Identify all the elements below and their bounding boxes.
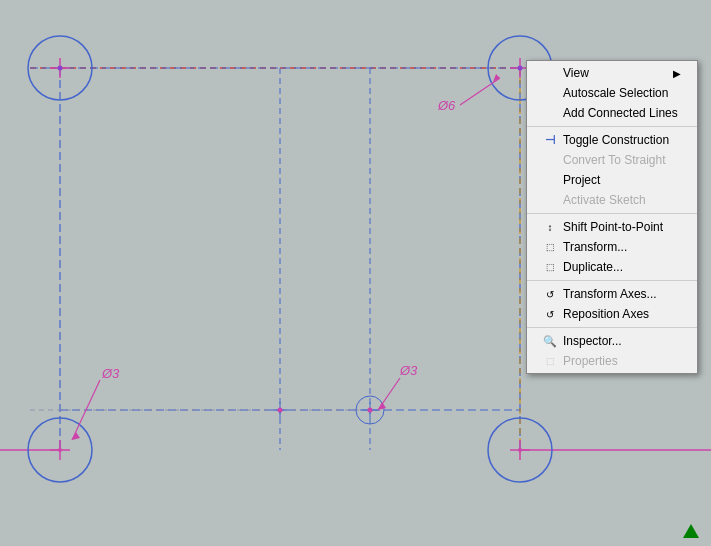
menu-item-add-connected[interactable]: Add Connected Lines	[527, 103, 697, 123]
svg-point-41	[518, 66, 523, 71]
menu-item-toggle-construction[interactable]: ⊣ Toggle Construction	[527, 130, 697, 150]
context-menu: View ▶ Autoscale Selection Add Connected…	[526, 60, 698, 374]
properties-icon: ⬚	[543, 354, 557, 368]
menu-item-transform-axes[interactable]: ↺ Transform Axes...	[527, 284, 697, 304]
svg-marker-35	[72, 432, 80, 440]
toggle-construction-icon: ⊣	[543, 133, 557, 147]
dia3-right-label: Ø3	[399, 363, 418, 378]
autoscale-icon	[543, 86, 557, 100]
menu-item-view[interactable]: View ▶	[527, 63, 697, 83]
reposition-axes-icon: ↺	[543, 307, 557, 321]
svg-marker-37	[378, 402, 386, 410]
activate-sketch-icon	[543, 193, 557, 207]
dia3-left-label: Ø3	[101, 366, 120, 381]
inspector-icon: 🔍	[543, 334, 557, 348]
separator-2	[527, 213, 697, 214]
svg-point-39	[368, 408, 373, 413]
svg-point-40	[58, 66, 63, 71]
menu-item-inspector[interactable]: 🔍 Inspector...	[527, 331, 697, 351]
menu-item-properties: ⬚ Properties	[527, 351, 697, 371]
separator-4	[527, 327, 697, 328]
menu-item-activate-sketch: Activate Sketch	[527, 190, 697, 210]
view-icon	[543, 66, 557, 80]
menu-item-shift-point[interactable]: ↕ Shift Point-to-Point	[527, 217, 697, 237]
project-icon	[543, 173, 557, 187]
separator-1	[527, 126, 697, 127]
convert-straight-icon	[543, 153, 557, 167]
svg-point-38	[278, 408, 283, 413]
add-connected-icon	[543, 106, 557, 120]
svg-point-24	[58, 448, 62, 452]
svg-line-19	[460, 78, 500, 105]
menu-item-convert-straight: Convert To Straight	[527, 150, 697, 170]
dia6-label: Ø6	[437, 98, 456, 113]
transform-icon: ⬚	[543, 240, 557, 254]
menu-item-reposition-axes[interactable]: ↺ Reposition Axes	[527, 304, 697, 324]
green-triangle-indicator	[683, 524, 699, 538]
svg-point-28	[518, 448, 522, 452]
menu-item-autoscale[interactable]: Autoscale Selection	[527, 83, 697, 103]
shift-point-icon: ↕	[543, 220, 557, 234]
duplicate-icon: ⬚	[543, 260, 557, 274]
separator-3	[527, 280, 697, 281]
submenu-arrow: ▶	[673, 68, 681, 79]
transform-axes-icon: ↺	[543, 287, 557, 301]
menu-item-duplicate[interactable]: ⬚ Duplicate...	[527, 257, 697, 277]
menu-item-project[interactable]: Project	[527, 170, 697, 190]
menu-item-transform[interactable]: ⬚ Transform...	[527, 237, 697, 257]
